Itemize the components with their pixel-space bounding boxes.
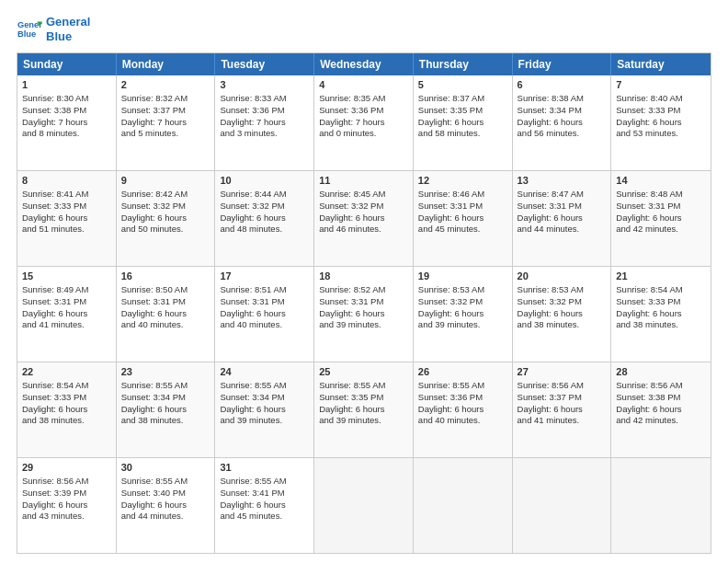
day-info-line: Sunset: 3:33 PM xyxy=(22,392,111,404)
day-cell-3: 3Sunrise: 8:33 AMSunset: 3:36 PMDaylight… xyxy=(215,75,314,170)
day-info-line: and 42 minutes. xyxy=(616,415,706,427)
day-info-line: Sunrise: 8:55 AM xyxy=(418,380,507,392)
day-info-line: and 41 minutes. xyxy=(518,415,607,427)
day-info-line: Daylight: 7 hours xyxy=(319,117,408,129)
day-info-line: Daylight: 6 hours xyxy=(319,213,408,224)
day-info-line: and 41 minutes. xyxy=(22,319,111,331)
day-number: 16 xyxy=(121,270,210,283)
day-number: 3 xyxy=(220,78,309,92)
day-info-line: and 39 minutes. xyxy=(319,319,408,331)
day-info-line: Daylight: 6 hours xyxy=(22,308,111,320)
day-cell-26: 26Sunrise: 8:55 AMSunset: 3:36 PMDayligh… xyxy=(414,362,513,457)
day-cell-17: 17Sunrise: 8:51 AMSunset: 3:31 PMDayligh… xyxy=(215,267,314,362)
day-info-line: Sunrise: 8:50 AM xyxy=(121,284,210,296)
weekday-header-wednesday: Wednesday xyxy=(314,53,414,75)
day-cell-14: 14Sunrise: 8:48 AMSunset: 3:31 PMDayligh… xyxy=(611,171,711,266)
calendar-row-1: 1Sunrise: 8:30 AMSunset: 3:38 PMDaylight… xyxy=(17,75,711,170)
day-info-line: Sunrise: 8:30 AM xyxy=(22,93,111,105)
empty-cell-4-4 xyxy=(414,458,513,553)
day-info-line: Sunset: 3:39 PM xyxy=(22,488,111,500)
weekday-header-friday: Friday xyxy=(513,53,612,75)
day-info-line: Sunset: 3:38 PM xyxy=(616,392,706,404)
weekday-header-tuesday: Tuesday xyxy=(215,53,314,75)
day-info-line: and 38 minutes. xyxy=(616,319,706,331)
day-info-line: Daylight: 6 hours xyxy=(616,213,706,224)
day-cell-29: 29Sunrise: 8:56 AMSunset: 3:39 PMDayligh… xyxy=(17,458,117,553)
calendar-row-4: 22Sunrise: 8:54 AMSunset: 3:33 PMDayligh… xyxy=(17,362,711,457)
day-cell-23: 23Sunrise: 8:55 AMSunset: 3:34 PMDayligh… xyxy=(117,362,216,457)
day-info-line: Sunrise: 8:54 AM xyxy=(22,380,111,392)
day-info-line: Daylight: 6 hours xyxy=(220,213,309,224)
day-info-line: and 38 minutes. xyxy=(22,415,111,427)
calendar-header: SundayMondayTuesdayWednesdayThursdayFrid… xyxy=(17,53,711,75)
day-number: 1 xyxy=(22,78,111,92)
day-info-line: and 3 minutes. xyxy=(220,128,309,140)
day-info-line: Daylight: 7 hours xyxy=(220,117,309,129)
day-info-line: and 51 minutes. xyxy=(22,224,111,236)
day-info-line: and 38 minutes. xyxy=(518,319,607,331)
day-info-line: and 39 minutes. xyxy=(319,415,408,427)
day-info-line: Daylight: 6 hours xyxy=(418,308,507,320)
day-info-line: Daylight: 7 hours xyxy=(22,117,111,129)
day-number: 2 xyxy=(121,78,210,92)
day-info-line: Daylight: 6 hours xyxy=(418,213,507,224)
day-cell-22: 22Sunrise: 8:54 AMSunset: 3:33 PMDayligh… xyxy=(17,362,117,457)
day-info-line: Sunrise: 8:55 AM xyxy=(220,476,309,488)
day-number: 14 xyxy=(616,174,706,188)
day-info-line: Sunrise: 8:47 AM xyxy=(518,189,607,201)
day-cell-13: 13Sunrise: 8:47 AMSunset: 3:31 PMDayligh… xyxy=(513,171,612,266)
day-cell-21: 21Sunrise: 8:54 AMSunset: 3:33 PMDayligh… xyxy=(611,267,711,362)
weekday-header-monday: Monday xyxy=(117,53,216,75)
day-info-line: Sunrise: 8:55 AM xyxy=(121,476,210,488)
day-info-line: and 40 minutes. xyxy=(418,415,507,427)
day-info-line: Sunrise: 8:55 AM xyxy=(220,380,309,392)
day-info-line: Sunset: 3:36 PM xyxy=(418,392,507,404)
day-info-line: Sunset: 3:33 PM xyxy=(616,296,706,308)
day-number: 17 xyxy=(220,270,309,283)
day-info-line: Sunrise: 8:35 AM xyxy=(319,93,408,105)
day-info-line: Daylight: 6 hours xyxy=(121,213,210,224)
day-number: 29 xyxy=(22,461,111,475)
page: General Blue General Blue SundayMondayTu… xyxy=(0,0,728,563)
day-number: 25 xyxy=(319,365,408,379)
day-info-line: Sunrise: 8:53 AM xyxy=(418,284,507,296)
day-info-line: Sunrise: 8:56 AM xyxy=(518,380,607,392)
day-info-line: and 45 minutes. xyxy=(220,511,309,523)
day-info-line: Daylight: 6 hours xyxy=(518,404,607,416)
day-info-line: Daylight: 6 hours xyxy=(518,213,607,224)
day-info-line: Sunrise: 8:38 AM xyxy=(518,93,607,105)
day-number: 20 xyxy=(518,270,607,283)
day-info-line: Sunset: 3:34 PM xyxy=(518,105,607,117)
day-info-line: Sunrise: 8:55 AM xyxy=(319,380,408,392)
day-info-line: Daylight: 6 hours xyxy=(418,404,507,416)
day-info-line: Daylight: 6 hours xyxy=(121,308,210,320)
day-info-line: Sunset: 3:31 PM xyxy=(121,296,210,308)
day-info-line: Sunrise: 8:53 AM xyxy=(518,284,607,296)
day-info-line: Daylight: 6 hours xyxy=(220,308,309,320)
empty-cell-4-3 xyxy=(314,458,414,553)
day-number: 8 xyxy=(22,174,111,188)
day-info-line: Daylight: 6 hours xyxy=(518,117,607,129)
day-number: 19 xyxy=(418,270,507,283)
day-number: 9 xyxy=(121,174,210,188)
day-cell-2: 2Sunrise: 8:32 AMSunset: 3:37 PMDaylight… xyxy=(117,75,216,170)
day-info-line: Sunrise: 8:41 AM xyxy=(22,189,111,201)
day-info-line: Daylight: 6 hours xyxy=(616,308,706,320)
day-number: 12 xyxy=(418,174,507,188)
day-info-line: Sunset: 3:38 PM xyxy=(22,105,111,117)
weekday-header-thursday: Thursday xyxy=(414,53,513,75)
day-info-line: Sunset: 3:31 PM xyxy=(418,201,507,213)
day-number: 23 xyxy=(121,365,210,379)
day-cell-15: 15Sunrise: 8:49 AMSunset: 3:31 PMDayligh… xyxy=(17,267,117,362)
day-number: 21 xyxy=(616,270,706,283)
day-info-line: Sunset: 3:35 PM xyxy=(418,105,507,117)
day-cell-18: 18Sunrise: 8:52 AMSunset: 3:31 PMDayligh… xyxy=(314,267,414,362)
day-info-line: and 0 minutes. xyxy=(319,128,408,140)
day-info-line: Sunrise: 8:48 AM xyxy=(616,189,706,201)
empty-cell-4-6 xyxy=(611,458,711,553)
day-info-line: Sunset: 3:32 PM xyxy=(121,201,210,213)
day-info-line: and 43 minutes. xyxy=(22,511,111,523)
weekday-header-sunday: Sunday xyxy=(17,53,117,75)
day-info-line: and 46 minutes. xyxy=(319,224,408,236)
day-info-line: and 40 minutes. xyxy=(121,319,210,331)
